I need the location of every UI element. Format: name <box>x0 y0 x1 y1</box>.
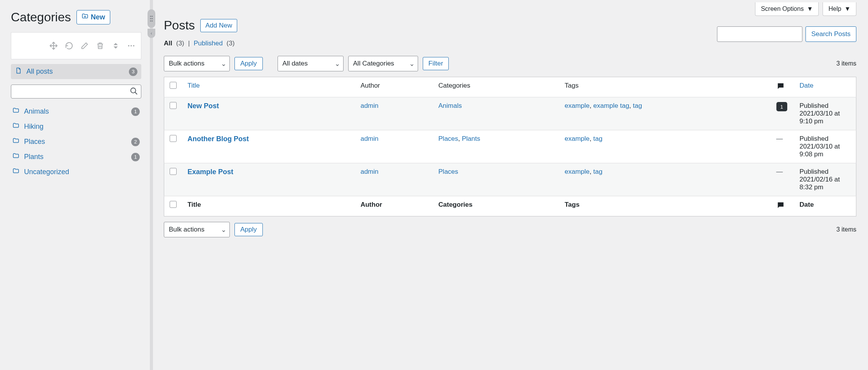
new-category-button[interactable]: New <box>76 10 110 24</box>
row-checkbox[interactable] <box>170 102 177 109</box>
category-label: Places <box>24 138 45 146</box>
folder-icon <box>12 168 19 176</box>
category-link[interactable]: Places <box>438 135 458 142</box>
col-date[interactable]: Date <box>794 77 856 97</box>
svg-point-0 <box>128 45 130 47</box>
filter-button[interactable]: Filter <box>423 57 449 70</box>
sidebar-title: Categories <box>11 10 71 24</box>
col-title-footer[interactable]: Title <box>182 196 355 216</box>
tag-link[interactable]: example tag <box>593 102 629 109</box>
refresh-icon[interactable] <box>65 41 73 50</box>
post-title-link[interactable]: New Post <box>187 102 219 110</box>
status-published-link[interactable]: Published <box>194 40 223 47</box>
svg-point-3 <box>131 88 136 93</box>
all-posts-count: 3 <box>129 67 137 76</box>
category-label: Uncategorized <box>24 168 69 176</box>
category-count: 1 <box>131 107 140 116</box>
col-tags: Tags <box>559 77 771 97</box>
bulk-actions-select-bottom[interactable]: Bulk actions ⌄ <box>164 222 230 237</box>
category-link[interactable]: Animals <box>438 102 462 109</box>
category-link[interactable]: Plants <box>462 135 480 142</box>
category-search-input[interactable] <box>11 85 141 99</box>
all-posts-item[interactable]: All posts 3 <box>11 64 141 79</box>
posts-tbody: New PostadminAnimalsexample, example tag… <box>164 97 856 196</box>
author-link[interactable]: admin <box>361 135 378 142</box>
caret-down-icon: ▼ <box>844 5 851 12</box>
date-status: Published <box>800 135 829 142</box>
sidebar-category-item[interactable]: Animals1 <box>11 104 141 119</box>
tag-link[interactable]: tag <box>593 135 602 142</box>
row-checkbox[interactable] <box>170 168 177 175</box>
category-tree: Animals1HikingPlaces2Plants1Uncategorize… <box>11 104 141 180</box>
comment-count-badge[interactable]: 1 <box>776 102 787 111</box>
search-posts-button[interactable]: Search Posts <box>806 26 856 42</box>
apply-button[interactable]: Apply <box>234 57 263 70</box>
posts-main: Screen Options ▼ Help ▼ Posts Add New Al… <box>152 0 868 370</box>
status-all-count: (3) <box>176 40 184 47</box>
screen-options-tab[interactable]: Screen Options ▼ <box>755 2 819 16</box>
category-count: 2 <box>131 138 140 146</box>
sidebar-category-item[interactable]: Plants1 <box>11 149 141 164</box>
tag-link[interactable]: example <box>565 168 590 175</box>
table-row: Another Blog PostadminPlaces, Plantsexam… <box>164 130 856 163</box>
bulk-actions-label-bottom: Bulk actions <box>169 226 205 233</box>
date-status: Published <box>800 168 829 175</box>
add-new-button[interactable]: Add New <box>200 19 237 32</box>
svg-point-6 <box>150 18 151 19</box>
author-link[interactable]: admin <box>361 102 378 109</box>
col-categories-footer: Categories <box>433 196 559 216</box>
items-count-bottom: 3 items <box>836 226 856 233</box>
sidebar-category-item[interactable]: Places2 <box>11 134 141 149</box>
post-title-link[interactable]: Example Post <box>187 168 233 176</box>
folder-icon <box>12 107 19 116</box>
select-all-checkbox[interactable] <box>170 82 177 89</box>
author-link[interactable]: admin <box>361 168 378 175</box>
bulk-actions-select[interactable]: Bulk actions ⌄ <box>164 56 230 71</box>
svg-point-8 <box>150 21 151 22</box>
sort-icon[interactable] <box>111 41 120 50</box>
help-tab[interactable]: Help ▼ <box>823 2 856 16</box>
category-link[interactable]: Places <box>438 168 458 175</box>
post-title-link[interactable]: Another Blog Post <box>187 135 249 143</box>
tag-link[interactable]: example <box>565 102 590 109</box>
chevron-down-icon: ⌄ <box>221 60 226 68</box>
comment-icon <box>776 85 785 92</box>
col-date-footer[interactable]: Date <box>794 196 856 216</box>
category-filter-select[interactable]: All Categories ⌄ <box>348 56 418 71</box>
date-filter-select[interactable]: All dates ⌄ <box>278 56 344 71</box>
col-tags-footer: Tags <box>559 196 771 216</box>
date-filter-label: All dates <box>283 60 308 67</box>
all-posts-label: All posts <box>26 67 53 76</box>
date-value: 2021/02/16 at 8:32 pm <box>800 176 840 191</box>
tag-link[interactable]: tag <box>633 102 642 109</box>
row-checkbox[interactable] <box>170 135 177 142</box>
status-all-label[interactable]: All <box>164 40 172 47</box>
document-icon <box>15 67 22 76</box>
chevron-down-icon: ⌄ <box>335 60 340 68</box>
col-comments <box>771 77 794 97</box>
svg-point-4 <box>150 16 151 17</box>
date-value: 2021/03/10 at 9:08 pm <box>800 143 840 158</box>
category-label: Hiking <box>24 123 43 131</box>
col-title[interactable]: Title <box>182 77 355 97</box>
select-all-checkbox-footer[interactable] <box>170 201 177 208</box>
status-published-count: (3) <box>227 40 235 47</box>
table-row: Example PostadminPlacesexample, tag—Publ… <box>164 163 856 196</box>
move-icon[interactable] <box>49 41 58 50</box>
tag-link[interactable]: tag <box>593 168 602 175</box>
apply-button-bottom[interactable]: Apply <box>234 223 263 236</box>
sidebar-category-item[interactable]: Hiking <box>11 119 141 134</box>
edit-icon[interactable] <box>80 41 89 50</box>
col-author: Author <box>355 77 433 97</box>
screen-options-label: Screen Options <box>761 5 804 12</box>
posts-search-input[interactable] <box>717 26 802 42</box>
folder-icon <box>12 137 19 146</box>
trash-icon[interactable] <box>96 41 104 50</box>
tag-link[interactable]: example <box>565 135 590 142</box>
comment-icon <box>776 204 785 211</box>
more-icon[interactable] <box>127 41 135 50</box>
chevron-down-icon: ⌄ <box>409 60 415 68</box>
sidebar-category-item[interactable]: Uncategorized <box>11 164 141 180</box>
folder-icon <box>12 122 19 131</box>
category-count: 1 <box>131 153 140 161</box>
